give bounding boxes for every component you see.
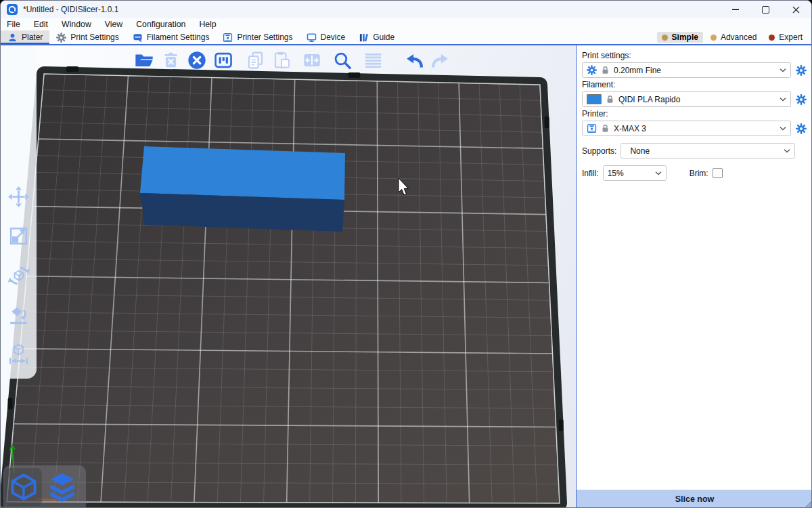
arrange-icon[interactable] [213, 49, 233, 72]
app-logo-icon [7, 4, 18, 15]
window-title: *Untitled - QIDISlicer-1.0.1 [23, 5, 118, 14]
app-window: *Untitled - QIDISlicer-1.0.1 File Edit W… [0, 0, 812, 508]
mode-simple[interactable]: Simple [657, 32, 703, 43]
tab-plater[interactable]: Plater [1, 30, 49, 44]
tab-printer-settings[interactable]: Printer Settings [216, 30, 299, 44]
paste-icon[interactable] [271, 49, 292, 72]
redo-icon[interactable] [430, 49, 451, 72]
variable-layer-height-icon[interactable] [363, 49, 383, 72]
menu-bar: File Edit Window View Configuration Help [1, 18, 811, 30]
filament-icon [133, 33, 143, 43]
chevron-down-icon [780, 127, 786, 131]
delete-all-icon[interactable] [187, 49, 207, 72]
menu-file[interactable]: File [1, 18, 27, 30]
printer-icon [223, 33, 233, 43]
menu-help[interactable]: Help [192, 18, 223, 30]
tab-bar: Plater Print Settings Filament Settings … [1, 30, 811, 45]
print-settings-select[interactable]: 0.20mm Fine [582, 62, 791, 78]
viewport-3d[interactable] [1, 45, 576, 508]
editor-3d-view-icon[interactable] [5, 468, 42, 506]
maximize-icon [762, 6, 769, 14]
place-on-face-gizmo-icon[interactable] [7, 303, 30, 326]
edit-filament-button[interactable] [795, 94, 807, 105]
view-switch [3, 465, 86, 508]
menu-window[interactable]: Window [55, 18, 98, 30]
title-bar: *Untitled - QIDISlicer-1.0.1 [1, 1, 811, 18]
scene-overlay [1, 45, 576, 508]
filament-color-swatch [587, 94, 602, 104]
chevron-down-icon [780, 68, 786, 72]
copy-icon[interactable] [245, 49, 265, 72]
model-box-top-face[interactable] [140, 146, 345, 200]
resize-grip-icon[interactable] [804, 500, 812, 508]
tab-filament-settings[interactable]: Filament Settings [126, 30, 217, 44]
delete-icon[interactable] [160, 49, 181, 72]
chevron-down-icon [784, 149, 790, 153]
menu-configuration[interactable]: Configuration [129, 18, 192, 30]
open-project-icon[interactable] [134, 49, 154, 72]
model-box-front-face[interactable] [140, 193, 344, 232]
menu-view[interactable]: View [98, 18, 129, 30]
edit-print-settings-button[interactable] [795, 65, 807, 76]
gear-icon [587, 65, 597, 75]
printer-icon [587, 123, 597, 133]
print-settings-icon [56, 33, 66, 43]
supports-select[interactable]: None [621, 143, 795, 158]
menu-edit[interactable]: Edit [27, 18, 55, 30]
search-icon[interactable] [332, 49, 353, 72]
gizmo-toolbar [1, 45, 37, 379]
tab-guide[interactable]: Guide [352, 30, 401, 44]
close-icon [792, 6, 800, 14]
filament-select[interactable]: QIDI PLA Rapido [582, 91, 791, 107]
mode-selector: Simple Advanced Expert [657, 32, 807, 43]
brim-checkbox[interactable] [713, 168, 723, 178]
supports-label: Supports: [582, 146, 616, 156]
infill-label: Infill: [582, 169, 599, 178]
brim-label: Brim: [690, 169, 708, 178]
infill-select[interactable]: 15% [603, 165, 667, 181]
edit-printer-button[interactable] [795, 123, 807, 134]
chevron-down-icon [780, 98, 786, 102]
scale-gizmo-icon[interactable] [7, 224, 30, 248]
printer-label: Printer: [582, 109, 807, 119]
advanced-mode-dot-icon [710, 35, 717, 41]
device-icon [307, 33, 317, 43]
filament-label: Filament: [582, 80, 807, 89]
main-toolbar [134, 48, 451, 72]
slice-now-button[interactable]: Slice now [577, 490, 812, 508]
tab-device[interactable]: Device [300, 30, 353, 44]
maximize-button[interactable] [750, 1, 781, 18]
lock-icon [606, 95, 614, 104]
mode-expert[interactable]: Expert [764, 32, 807, 43]
simple-mode-dot-icon [662, 35, 668, 41]
lock-icon [602, 124, 609, 133]
printer-select[interactable]: X-MAX 3 [582, 121, 791, 136]
minimize-icon [732, 9, 739, 9]
mouse-cursor [399, 178, 409, 195]
preview-layers-icon[interactable] [43, 468, 81, 506]
guide-icon [359, 33, 369, 43]
tab-print-settings[interactable]: Print Settings [49, 30, 125, 44]
undo-icon[interactable] [404, 49, 424, 72]
minimize-button[interactable] [720, 1, 750, 18]
rotate-gizmo-icon[interactable] [7, 263, 30, 287]
sidebar: Print settings: 0.20mm Fine Filament: QI… [576, 45, 812, 508]
measure-gizmo-icon[interactable] [7, 342, 30, 366]
print-settings-label: Print settings: [582, 51, 807, 60]
mode-advanced[interactable]: Advanced [706, 32, 761, 43]
close-button[interactable] [781, 1, 811, 18]
lock-icon [602, 66, 609, 75]
split-objects-icon[interactable] [302, 49, 322, 72]
chevron-down-icon [655, 171, 662, 175]
plater-icon [7, 33, 18, 43]
move-gizmo-icon[interactable] [7, 185, 30, 209]
expert-mode-dot-icon [769, 35, 775, 41]
